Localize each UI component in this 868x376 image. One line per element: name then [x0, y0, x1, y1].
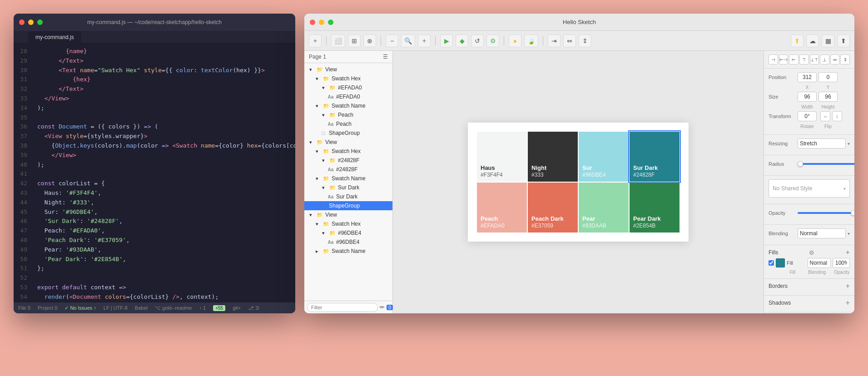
inspector-inner-shadows-section: Inner Shadows +: [764, 312, 854, 313]
folder-icon: 📁: [322, 247, 330, 255]
toolbar-align-left-btn[interactable]: ⇥: [548, 35, 560, 47]
close-button[interactable]: [19, 20, 25, 25]
shadows-header-row: Shadows +: [769, 299, 850, 307]
text-icon: Aa: [327, 238, 334, 246]
swatch-peach[interactable]: Peach #EFADA0: [477, 183, 527, 233]
layers-toggle-btn[interactable]: ☰: [383, 54, 388, 60]
radius-slider[interactable]: [798, 163, 854, 165]
flip-v-btn[interactable]: ↕: [832, 111, 842, 121]
align-center-v-btn[interactable]: ⊥⊤: [810, 54, 819, 64]
fills-add-btn[interactable]: +: [846, 249, 850, 256]
flip-h-btn[interactable]: ↔: [820, 111, 830, 121]
layer-swatchhex2[interactable]: ▾ 📁 Swatch Hex: [304, 147, 392, 156]
layer-surdark-folder-label: Sur Dark: [338, 184, 359, 191]
align-left-btn[interactable]: ⊣: [769, 54, 778, 64]
resizing-label: Resizing: [769, 141, 796, 146]
toolbar-leaf-btn[interactable]: 🍃: [524, 35, 538, 47]
chevron-down-icon: ▾: [307, 66, 314, 73]
layer-24828f-folder[interactable]: ▾ 📁 #24828F: [304, 156, 392, 165]
distribute-h-btn[interactable]: ⇔: [830, 54, 840, 64]
align-bottom-btn[interactable]: ⊥: [820, 54, 829, 64]
shared-style-box[interactable]: No Shared Style ▾: [769, 179, 850, 198]
layer-swatchname1[interactable]: ▾ 📁 Swatch Name: [304, 101, 392, 110]
layer-96dbe4-folder-label: #96DBE4: [338, 230, 361, 236]
borders-add-btn[interactable]: +: [846, 282, 850, 290]
toolbar-circle-btn[interactable]: ●: [509, 35, 521, 47]
fills-gear-icon[interactable]: ⚙: [809, 249, 814, 256]
fill-color-swatch[interactable]: [776, 258, 785, 267]
fill-checkbox-1[interactable]: [769, 260, 774, 266]
toolbar-run-btn[interactable]: ▶: [440, 35, 453, 47]
swatch-night[interactable]: Night #333: [528, 132, 578, 182]
layer-efada0-text[interactable]: Aa #EFADA0: [304, 92, 392, 101]
toolbar-zoom-out-btn[interactable]: −: [386, 35, 398, 47]
align-center-h-btn[interactable]: ⊢⊣: [779, 54, 789, 64]
toolbar-share-btn[interactable]: ⬆: [837, 35, 850, 47]
swatch-peachdark[interactable]: Peach Dark #E37059: [528, 183, 578, 233]
sketch-close-button[interactable]: [310, 20, 315, 25]
toolbar-align-center-btn[interactable]: ⇔: [563, 35, 576, 47]
toolbar-plugin-btn[interactable]: ⚙: [486, 35, 499, 47]
layer-surdark-folder[interactable]: ▾ 📁 Sur Dark: [304, 183, 392, 192]
layer-96dbe4-text[interactable]: Aa #96DBE4: [304, 237, 392, 247]
position-y-input[interactable]: [818, 72, 838, 82]
swatch-pear[interactable]: Pear #93DAAB: [579, 183, 629, 233]
layer-swatchname3[interactable]: ▸ 📁 Swatch Name: [304, 247, 392, 256]
rotate-input[interactable]: [798, 111, 817, 121]
swatch-haus[interactable]: Haus #F3F4F4: [477, 132, 527, 182]
toolbar-shape-btn[interactable]: ◆: [456, 35, 468, 47]
swatch-peardark[interactable]: Pear Dark #2E854B: [630, 183, 680, 233]
layer-efada0-folder[interactable]: ▾ 📁 #EFADA0: [304, 83, 392, 92]
fullscreen-button[interactable]: [37, 20, 43, 25]
size-w-input[interactable]: [798, 92, 817, 102]
resizing-select[interactable]: Stretch Pin to Corner Float in Place: [798, 139, 846, 148]
toolbar-add-btn[interactable]: ＋: [309, 35, 322, 47]
shared-style-text: No Shared Style: [773, 185, 812, 192]
align-top-btn[interactable]: ⊤: [799, 54, 809, 64]
swatch-surdark[interactable]: Sur Dark #24828F: [630, 132, 680, 182]
canvas-content: Haus #F3F4F4 Night #333 Sur #96DBE4 Su: [468, 123, 689, 242]
toolbar-frame-btn[interactable]: ⬜: [331, 35, 345, 47]
toolbar-zoom-in-btn[interactable]: ＋: [418, 35, 431, 47]
layer-96dbe4-folder[interactable]: ▾ 📁 #96DBE4: [304, 228, 392, 237]
layer-view2[interactable]: ▾ 📁 View: [304, 138, 392, 147]
toolbar-inspector-btn[interactable]: ▦: [822, 35, 834, 47]
blending-select[interactable]: Normal Multiply Screen: [798, 228, 846, 238]
distribute-v-btn[interactable]: ⇕: [840, 54, 850, 64]
align-right-btn[interactable]: ⊢: [789, 54, 799, 64]
opacity-slider[interactable]: [798, 212, 854, 214]
fills-title: Fills: [769, 249, 778, 256]
layer-peach-folder[interactable]: ▾ 📁 Peach: [304, 110, 392, 119]
toolbar-export-btn[interactable]: ⬆: [791, 35, 804, 47]
minimize-button[interactable]: [28, 20, 34, 25]
sketch-body: Page 1 ☰ ▾ 📁 View ▾ 📁 Swatch Hex: [304, 51, 854, 313]
fill-blending-select[interactable]: Normal: [808, 258, 831, 268]
sketch-minimize-button[interactable]: [319, 20, 324, 25]
layer-swatchhex1[interactable]: ▾ 📁 Swatch Hex: [304, 74, 392, 83]
filter-input[interactable]: [307, 303, 378, 312]
shadows-add-btn[interactable]: +: [846, 299, 850, 307]
toolbar-symbol-btn[interactable]: ⊗: [363, 35, 376, 47]
toolbar-zoom-icon[interactable]: 🔍: [401, 35, 415, 47]
toolbar-refresh-btn[interactable]: ↺: [471, 35, 484, 47]
toolbar-slice-btn[interactable]: ⊞: [348, 35, 361, 47]
layer-view1[interactable]: ▾ 📁 View: [304, 65, 392, 74]
layer-swatchname2[interactable]: ▾ 📁 Swatch Name: [304, 174, 392, 183]
swatch-sur[interactable]: Sur #96DBE4: [579, 132, 629, 182]
position-x-input[interactable]: [798, 72, 817, 82]
layer-surdark-text[interactable]: Aa Sur Dark: [304, 192, 392, 201]
fill-opacity-input[interactable]: [833, 258, 850, 268]
size-h-input[interactable]: [818, 92, 838, 102]
editor-tab[interactable]: my-command.js: [28, 31, 81, 43]
layer-shapegroup1[interactable]: □ ShapeGroup: [304, 129, 392, 138]
layer-swatchhex3[interactable]: ▾ 📁 Swatch Hex: [304, 219, 392, 228]
page-label[interactable]: Page 1: [309, 54, 326, 60]
layer-24828f-text[interactable]: Aa #24828F: [304, 165, 392, 174]
layer-shapegroup-selected[interactable]: □ ShapeGroup: [304, 201, 392, 210]
layer-view3[interactable]: ▾ 📁 View: [304, 210, 392, 219]
sketch-fullscreen-button[interactable]: [328, 20, 333, 25]
toolbar-distribute-btn[interactable]: ⇕: [579, 35, 591, 47]
layer-edit-btn[interactable]: ✏: [380, 304, 385, 311]
layer-peach-text[interactable]: Aa Peach: [304, 119, 392, 129]
toolbar-cloud-btn[interactable]: ☁: [806, 35, 819, 47]
